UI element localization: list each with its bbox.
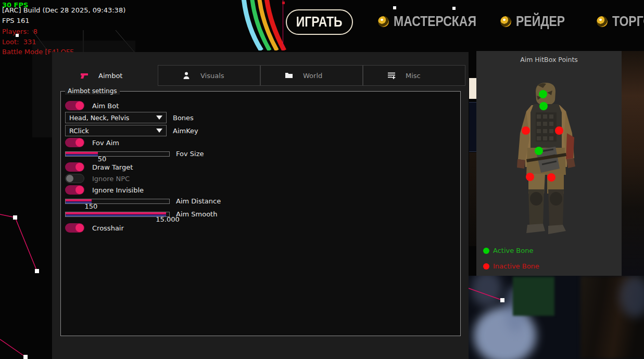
fov-size-row: Fov Size [65, 150, 204, 158]
aim-smooth-row: Aim Smooth [65, 210, 217, 218]
ignore-invisible-toggle[interactable] [65, 185, 84, 195]
tab-label: Visuals [200, 72, 224, 80]
aim-bot-label: Aim Bot [92, 102, 119, 110]
players-line: Players: 8 [2, 27, 37, 37]
hitbox-dot-pelvis [535, 147, 543, 155]
ignore-npc-row: Ignore NPC [65, 174, 130, 183]
hitbox-dot-right-hip [547, 173, 555, 182]
legend-inactive: Inactive Bone [483, 262, 539, 270]
tab-visuals[interactable]: Visuals [158, 65, 260, 86]
menu-item-traders[interactable]: ТОРГО [597, 13, 644, 30]
chevron-down-icon [156, 129, 162, 133]
crosshair-toggle[interactable] [65, 223, 84, 233]
group-title: Aimbot settings [65, 87, 120, 95]
coin-icon [597, 16, 608, 27]
esp-vertical-line [283, 0, 283, 50]
tab-label: Misc [406, 72, 421, 80]
menu-item-raider[interactable]: РЕЙДЕР [500, 13, 576, 30]
person-icon [182, 71, 191, 80]
ignore-invisible-label: Ignore Invisible [92, 186, 144, 194]
hitbox-dot-head [539, 90, 547, 98]
bones-dropdown-value: Head, Neck, Pelvis [69, 114, 129, 122]
fov-aim-row: Fov Aim [65, 138, 119, 147]
ignore-npc-label: Ignore NPC [92, 175, 130, 183]
scene-exit-sign [513, 277, 554, 316]
aim-bot-row: Aim Bot [65, 101, 119, 110]
chevron-down-icon [156, 116, 162, 120]
menu-item-label: ТОРГО [612, 13, 644, 30]
folder-icon [285, 71, 293, 80]
tab-label: World [303, 72, 322, 80]
scene-strip-light [469, 78, 476, 99]
slider-fill [66, 212, 166, 216]
hitbox-dots [476, 51, 622, 276]
inactive-bone-dot-icon [483, 263, 489, 270]
fps-line: FPS 161 [2, 16, 30, 26]
aim-bot-toggle[interactable] [65, 101, 84, 110]
game-screen: { "debug_overlay": { "fps_counter": "30 … [0, 0, 644, 359]
aimbot-settings-group: Aimbot settings Aim Bot Head, Neck, Pelv… [60, 91, 461, 336]
aim-distance-label: Aim Distance [176, 197, 221, 205]
active-bone-label: Active Bone [493, 247, 533, 254]
crosshair-label: Crosshair [92, 224, 124, 232]
menu-item-label: РЕЙДЕР [516, 13, 565, 30]
draw-target-row: Draw Target [65, 162, 133, 172]
rainbow-decal [229, 0, 292, 50]
fov-aim-toggle[interactable] [65, 138, 84, 147]
scene-strip-dark [469, 102, 476, 152]
aimkey-dropdown[interactable]: RClick [65, 125, 167, 136]
fov-aim-label: Fov Aim [92, 139, 119, 147]
loot-line: Loot: 331 [2, 37, 36, 47]
draw-target-label: Draw Target [92, 163, 133, 171]
scene-strip-brown [469, 152, 476, 246]
fov-size-value: 50 [86, 155, 118, 163]
draw-target-toggle[interactable] [65, 162, 84, 172]
inactive-bone-label: Inactive Bone [493, 262, 539, 270]
coin-icon [378, 16, 389, 27]
hitbox-dot-left-hip [526, 173, 534, 181]
fov-size-label: Fov Size [176, 150, 204, 158]
scene-light-blob [471, 276, 502, 307]
build-info: [ARC] Build (Dec 28 2025, 09:43:38) [2, 5, 125, 16]
tab-aimbot[interactable]: Aimbot [60, 65, 158, 86]
hitbox-dot-neck [539, 102, 548, 110]
bones-label: Bones [173, 114, 194, 122]
sliders-icon [387, 71, 396, 80]
ignore-npc-toggle[interactable] [65, 174, 84, 183]
play-button[interactable]: ИГРАТЬ [286, 9, 353, 35]
scene-bottom-right [469, 276, 644, 359]
crosshair-row: Crosshair [65, 223, 124, 233]
aimkey-dropdown-value: RClick [69, 127, 89, 135]
hitbox-dot-right-shoulder [555, 126, 563, 135]
hitbox-dot-left-shoulder [522, 126, 530, 135]
hitbox-panel: Aim HitBox Points [476, 51, 622, 276]
cheat-menu-panel: Aimbot Visuals World Misc Aimbot setting… [52, 52, 469, 359]
aim-smooth-value: 15.000 [152, 215, 183, 223]
tab-world[interactable]: World [260, 65, 363, 86]
ignore-invisible-row: Ignore Invisible [65, 185, 144, 195]
scene-right-strip [622, 51, 644, 276]
play-button-label: ИГРАТЬ [296, 14, 343, 30]
debug-overlay: 30 FPS [ARC] Build (Dec 28 2025, 09:43:3… [2, 0, 6, 73]
legend-active: Active Bone [483, 247, 533, 254]
bones-dropdown[interactable]: Head, Neck, Pelvis [65, 112, 167, 123]
tab-misc[interactable]: Misc [363, 65, 465, 86]
aim-distance-value: 150 [75, 202, 107, 210]
pistol-icon [80, 71, 89, 80]
bones-row: Head, Neck, Pelvis Bones [65, 112, 194, 123]
active-bone-dot-icon [483, 248, 489, 254]
tab-label: Aimbot [98, 72, 122, 80]
menu-item-label: МАСТЕРСКАЯ [394, 13, 476, 30]
aimkey-row: RClick AimKey [65, 125, 198, 136]
menu-item-workshop[interactable]: МАСТЕРСКАЯ [378, 13, 495, 30]
aimkey-label: AimKey [173, 127, 198, 135]
coin-icon [500, 16, 511, 27]
